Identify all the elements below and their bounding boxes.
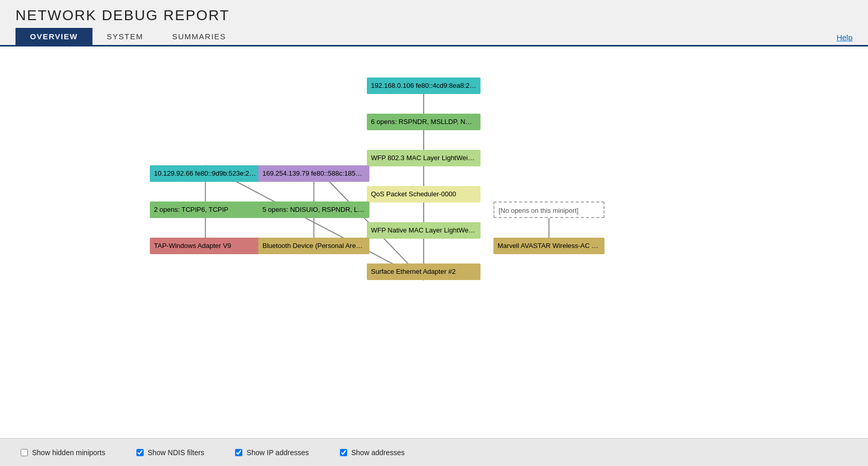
show-ndis-label: Show NDIS filters	[148, 448, 205, 457]
node-n12[interactable]: Bluetooth Device (Personal Area Net	[258, 238, 369, 254]
show-addresses-input[interactable]	[340, 449, 347, 456]
show-addresses-label: Show addresses	[351, 448, 405, 457]
help-link[interactable]: Help	[836, 33, 853, 42]
tab-summaries[interactable]: Summaries	[158, 28, 240, 45]
show-ip-label: Show IP addresses	[246, 448, 308, 457]
show-ip-checkbox[interactable]: Show IP addresses	[235, 448, 308, 457]
page-title: Network Debug Report	[16, 7, 853, 24]
network-diagram: 192.168.0.106 fe80::4cd9:8ea8:2bc0:e6 op…	[150, 62, 718, 362]
node-n10[interactable]: 169.254.139.79 fe80::588c:1851:f711:	[258, 165, 369, 182]
nav-bar: Overview System Summaries Help	[0, 28, 868, 46]
node-n7[interactable]: 10.129.92.66 fe80::9d9b:523e:2d70:2	[150, 165, 261, 182]
node-n8[interactable]: 2 opens: TCPIP6, TCPIP	[150, 201, 261, 218]
show-hidden-input[interactable]	[21, 449, 28, 456]
show-ndis-checkbox[interactable]: Show NDIS filters	[136, 448, 205, 457]
node-n14[interactable]: Marvell AVASTAR Wireless-AC Netw	[493, 238, 605, 254]
node-n6[interactable]: Surface Ethernet Adapter #2	[367, 263, 481, 280]
node-n1[interactable]: 192.168.0.106 fe80::4cd9:8ea8:2bc0:e	[367, 77, 481, 94]
tab-system[interactable]: System	[92, 28, 158, 45]
show-addresses-checkbox[interactable]: Show addresses	[340, 448, 405, 457]
footer-bar: Show hidden miniports Show NDIS filters …	[0, 438, 868, 466]
node-n5[interactable]: WFP Native MAC Layer LightWeight	[367, 222, 481, 239]
node-n2[interactable]: 6 opens: RSPNDR, MSLLDP, NDISUIO	[367, 114, 481, 130]
show-hidden-checkbox[interactable]: Show hidden miniports	[21, 448, 105, 457]
node-n13[interactable]: [No opens on this miniport]	[493, 201, 605, 218]
node-n3[interactable]: WFP 802.3 MAC Layer LightWeight Fi	[367, 150, 481, 166]
node-n11[interactable]: 5 opens: NDISUIO, RSPNDR, LLTDIO,	[258, 201, 369, 218]
node-n4[interactable]: QoS Packet Scheduler-0000	[367, 186, 481, 203]
show-ip-input[interactable]	[235, 449, 242, 456]
tab-overview[interactable]: Overview	[16, 28, 92, 45]
show-hidden-label: Show hidden miniports	[32, 448, 105, 457]
node-n9[interactable]: TAP-Windows Adapter V9	[150, 238, 261, 254]
show-ndis-input[interactable]	[136, 449, 144, 456]
main-content: 192.168.0.106 fe80::4cd9:8ea8:2bc0:e6 op…	[0, 46, 868, 466]
